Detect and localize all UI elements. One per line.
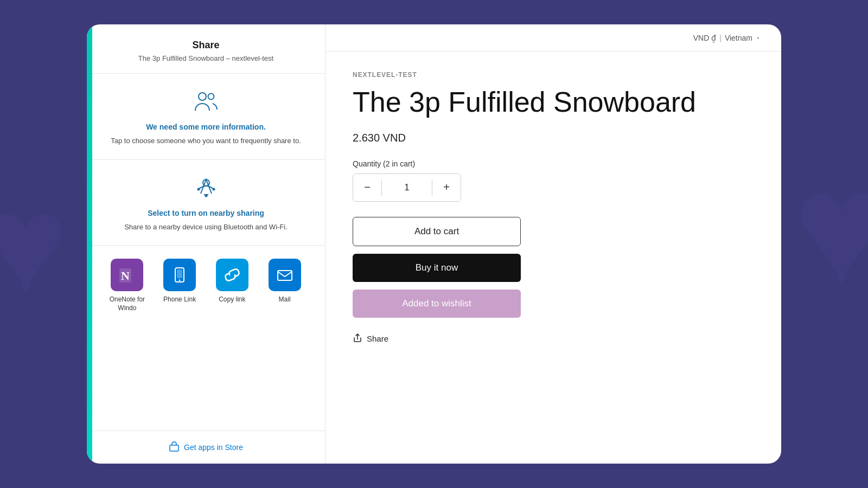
people-icon <box>104 89 308 115</box>
product-title: The 3p Fulfilled Snowboard <box>353 86 754 119</box>
nearby-title: Select to turn on nearby sharing <box>104 209 308 217</box>
get-apps-footer[interactable]: Get apps in Store <box>87 431 325 464</box>
svg-rect-11 <box>278 271 292 280</box>
main-card: Share The 3p Fulfilled Snowboard – nextl… <box>87 24 781 464</box>
copy-link-icon <box>216 259 248 291</box>
onenote-label: OneNote for Windo <box>104 296 150 312</box>
svg-point-3 <box>197 188 200 190</box>
share-link-label: Share <box>367 334 388 343</box>
svg-rect-9 <box>177 269 182 278</box>
svg-point-0 <box>199 93 206 100</box>
share-more-info-section[interactable]: We need some more information. Tap to ch… <box>87 74 325 160</box>
more-info-desc: Tap to choose someone who you want to fr… <box>104 136 308 146</box>
quantity-label: Quantity (2 in cart) <box>353 159 754 168</box>
app-copy-link[interactable]: Copy link <box>209 259 256 304</box>
product-brand: NEXTLEVEL-TEST <box>353 71 754 79</box>
country-label: Vietnam <box>725 34 752 42</box>
app-onenote[interactable]: N OneNote for Windo <box>104 259 150 312</box>
mail-label: Mail <box>279 296 291 304</box>
svg-rect-12 <box>170 445 178 451</box>
store-icon <box>169 441 180 454</box>
phone-link-label: Phone Link <box>163 296 196 304</box>
quantity-decrease-button[interactable]: − <box>353 174 381 201</box>
share-apps-row: N OneNote for Windo Phone Link <box>87 246 325 323</box>
app-phone-link[interactable]: Phone Link <box>157 259 203 304</box>
topbar-dot: · <box>757 32 760 43</box>
product-price: 2.630 VND <box>353 132 754 144</box>
share-title: Share <box>104 40 308 51</box>
bg-heart-right: ♥ <box>793 146 868 309</box>
share-header: Share The 3p Fulfilled Snowboard – nextl… <box>87 24 325 74</box>
share-subtitle: The 3p Fulfilled Snowboard – nextlevel-t… <box>104 54 308 62</box>
svg-point-4 <box>212 188 215 190</box>
share-link-row[interactable]: Share <box>353 333 754 345</box>
app-mail[interactable]: Mail <box>261 259 308 304</box>
nearby-desc: Share to a nearby device using Bluetooth… <box>104 222 308 233</box>
quantity-control: − 1 + <box>353 174 461 202</box>
currency-label: VND ₫ <box>693 34 716 42</box>
topbar-divider: | <box>719 34 722 42</box>
quantity-increase-button[interactable]: + <box>432 174 461 201</box>
product-content: NEXTLEVEL-TEST The 3p Fulfilled Snowboar… <box>326 52 781 464</box>
svg-text:N: N <box>121 269 130 282</box>
svg-point-10 <box>179 280 181 281</box>
wishlist-button[interactable]: Added to wishlist <box>353 290 521 318</box>
svg-point-1 <box>208 94 214 100</box>
bg-heart-left: ♥ <box>0 174 67 314</box>
nearby-share-icon <box>104 175 308 201</box>
get-apps-text: Get apps in Store <box>184 443 243 452</box>
share-link-icon <box>353 333 362 345</box>
onenote-icon: N <box>111 259 143 291</box>
product-panel: VND ₫ | Vietnam · NEXTLEVEL-TEST The 3p … <box>326 24 781 464</box>
phone-link-icon <box>163 259 196 291</box>
buy-now-button[interactable]: Buy it now <box>353 254 521 282</box>
more-info-title: We need some more information. <box>104 123 308 131</box>
share-panel: Share The 3p Fulfilled Snowboard – nextl… <box>87 24 326 464</box>
add-to-cart-button[interactable]: Add to cart <box>353 217 521 246</box>
share-nearby-section[interactable]: Select to turn on nearby sharing Share t… <box>87 160 325 246</box>
copy-link-label: Copy link <box>219 296 245 304</box>
product-topbar: VND ₫ | Vietnam · <box>326 24 781 52</box>
mail-icon <box>269 259 301 291</box>
quantity-value: 1 <box>382 183 432 192</box>
